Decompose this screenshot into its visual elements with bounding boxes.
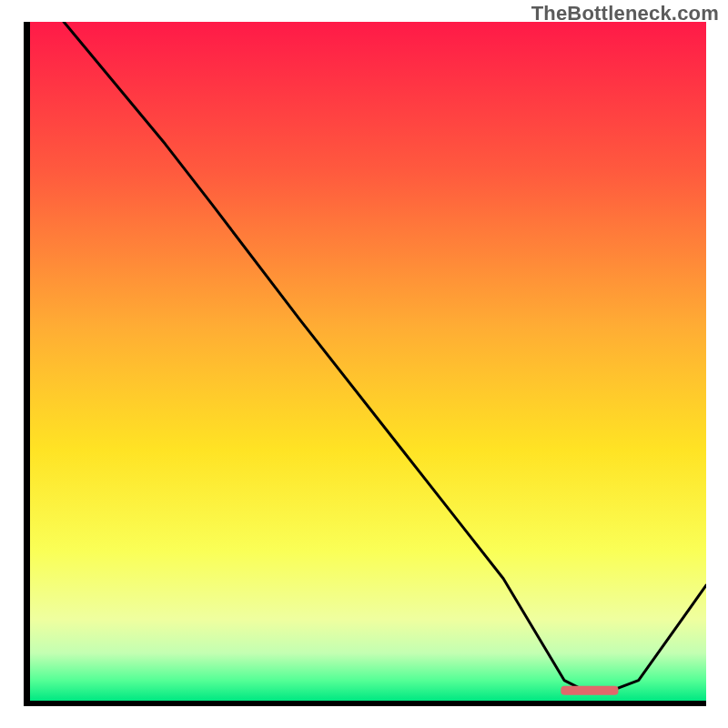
heat-background [30,22,706,701]
chart-container: TheBottleneck.com [0,0,728,728]
plot-area [30,22,706,701]
x-axis [24,700,706,706]
watermark-text: TheBottleneck.com [531,2,719,25]
optimum-marker [561,686,618,695]
y-axis [24,22,30,706]
